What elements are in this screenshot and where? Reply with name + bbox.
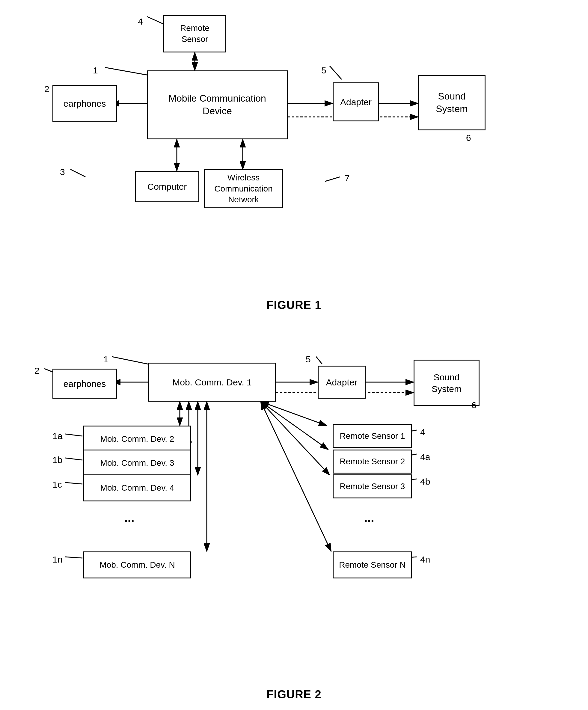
ref-num-1: 1	[93, 65, 98, 75]
mobile-comm-device-box: Mobile Communication Device	[147, 70, 288, 139]
figure2-dots-right: ...	[364, 511, 374, 524]
ref-num-7: 7	[345, 173, 350, 184]
fig2-ref-4a: 4a	[420, 452, 430, 462]
figure1-arrows	[0, 0, 588, 330]
sound-system-box: Sound System	[418, 75, 486, 131]
figure2-mob-comm-devN-box: Mob. Comm. Dev. N	[83, 551, 191, 578]
figure2-mob-comm-dev1-box: Mob. Comm. Dev. 1	[148, 363, 276, 402]
figure2-mob-comm-dev4-box: Mob. Comm. Dev. 4	[83, 474, 191, 501]
svg-line-36	[65, 482, 83, 484]
figure2-remote-sensor1-box: Remote Sensor 1	[333, 424, 412, 448]
figure1-label: FIGURE 1	[266, 299, 321, 312]
svg-line-37	[65, 557, 83, 558]
figure2-mob-comm-dev2-box: Mob. Comm. Dev. 2	[83, 426, 191, 453]
computer-box: Computer	[135, 171, 199, 202]
fig2-ref-4: 4	[420, 427, 425, 437]
svg-line-35	[65, 458, 83, 460]
ref-num-6: 6	[466, 133, 471, 143]
adapter-box: Adapter	[333, 82, 379, 121]
svg-line-32	[316, 357, 322, 364]
ref-num-2: 2	[44, 84, 49, 94]
svg-line-31	[112, 357, 148, 364]
svg-line-34	[65, 434, 83, 436]
svg-line-26	[261, 402, 327, 426]
figure1-container: Remote Sensor Mobile Communication Devic…	[0, 0, 588, 330]
svg-line-29	[261, 402, 331, 551]
figure2-container: earphones Mob. Comm. Dev. 1 Adapter Soun…	[0, 330, 588, 710]
svg-line-15	[325, 177, 340, 181]
figure2-remote-sensorN-box: Remote Sensor N	[333, 551, 412, 578]
wireless-network-box: Wireless Communication Network	[204, 169, 283, 208]
fig2-ref-1: 1	[103, 354, 109, 364]
figure2-adapter-box: Adapter	[318, 365, 366, 399]
ref-num-4: 4	[138, 17, 143, 27]
figure2-remote-sensor2-box: Remote Sensor 2	[333, 450, 412, 474]
figure2-mob-comm-dev3-box: Mob. Comm. Dev. 3	[83, 450, 191, 476]
fig2-ref-4n: 4n	[420, 554, 430, 565]
figure2-remote-sensor3-box: Remote Sensor 3	[333, 474, 412, 498]
figure2-label: FIGURE 2	[266, 688, 321, 701]
fig2-ref-2: 2	[34, 365, 40, 376]
svg-line-27	[261, 402, 328, 450]
remote-sensor-box: Remote Sensor	[163, 15, 226, 52]
svg-line-28	[261, 402, 330, 475]
svg-line-10	[105, 67, 147, 75]
svg-line-11	[70, 169, 86, 177]
svg-line-12	[147, 17, 163, 24]
earphones-box: earphones	[52, 85, 117, 122]
svg-line-13	[330, 66, 342, 79]
fig2-ref-6: 6	[471, 400, 476, 410]
fig2-ref-1a: 1a	[52, 431, 62, 441]
figure2-dots-left: ...	[124, 511, 134, 524]
fig2-ref-5: 5	[306, 354, 311, 364]
fig2-ref-1n: 1n	[52, 554, 62, 565]
fig2-ref-4b: 4b	[420, 476, 430, 487]
ref-num-5: 5	[321, 65, 326, 75]
figure2-earphones-box: earphones	[52, 369, 117, 399]
fig2-ref-1b: 1b	[52, 455, 62, 465]
fig2-ref-1c: 1c	[52, 479, 62, 490]
ref-num-3: 3	[60, 167, 65, 177]
figure2-sound-system-box: Sound System	[414, 360, 479, 406]
